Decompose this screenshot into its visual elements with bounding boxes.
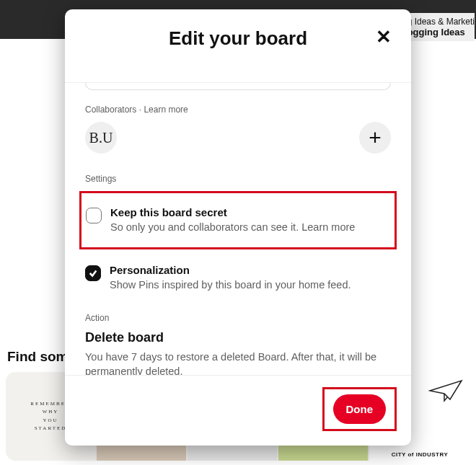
personalization-desc: Show Pins inspired by this board in your… — [110, 278, 351, 292]
secret-checkbox[interactable] — [86, 208, 102, 223]
personalization-checkbox[interactable] — [85, 265, 101, 281]
modal-header: Edit your board ✕ — [65, 9, 411, 82]
add-collaborator-button[interactable]: + — [359, 122, 391, 154]
close-icon: ✕ — [376, 26, 392, 48]
plus-icon: + — [369, 125, 382, 150]
settings-label: Settings — [85, 174, 391, 184]
secret-setting-row: Keep this board secret So only you and c… — [86, 199, 390, 242]
secret-learn-more-link[interactable]: Learn more — [301, 221, 355, 233]
personalization-setting-row: Personalization Show Pins inspired by th… — [85, 257, 391, 299]
modal-body[interactable]: Collaborators · Learn more B.U + Setting… — [65, 82, 411, 376]
chip-line1: g Ideas & Marketi — [407, 17, 475, 27]
modal-footer: Done — [65, 376, 411, 446]
collab-learn-more-link[interactable]: Learn more — [144, 105, 188, 115]
collaborators-label: Collaborators · Learn more — [85, 105, 391, 115]
edit-board-modal: Edit your board ✕ Collaborators · Learn … — [65, 9, 411, 446]
chip-line2: ogging Ideas — [407, 27, 475, 37]
name-input[interactable] — [85, 83, 391, 90]
delete-board-desc: You have 7 days to restore a deleted Boa… — [85, 350, 391, 376]
close-button[interactable]: ✕ — [371, 24, 397, 50]
action-label: Action — [85, 313, 391, 323]
related-chip[interactable]: g Ideas & Marketi ogging Ideas — [400, 13, 475, 41]
done-highlight: Done — [322, 387, 397, 431]
secret-setting-highlight: Keep this board secret So only you and c… — [79, 191, 397, 249]
done-button[interactable]: Done — [333, 394, 387, 424]
collaborators-row: B.U + — [85, 122, 391, 154]
personalization-title: Personalization — [110, 264, 351, 276]
delete-board-button[interactable]: Delete board — [85, 330, 391, 345]
avatar[interactable]: B.U — [85, 122, 117, 154]
secret-desc: So only you and collaborators can see it… — [110, 220, 355, 234]
action-block: Action Delete board You have 7 days to r… — [85, 313, 391, 376]
modal-title: Edit your board — [79, 27, 397, 50]
secret-title: Keep this board secret — [110, 206, 355, 218]
check-icon — [89, 269, 97, 278]
paper-plane-icon — [428, 378, 464, 403]
